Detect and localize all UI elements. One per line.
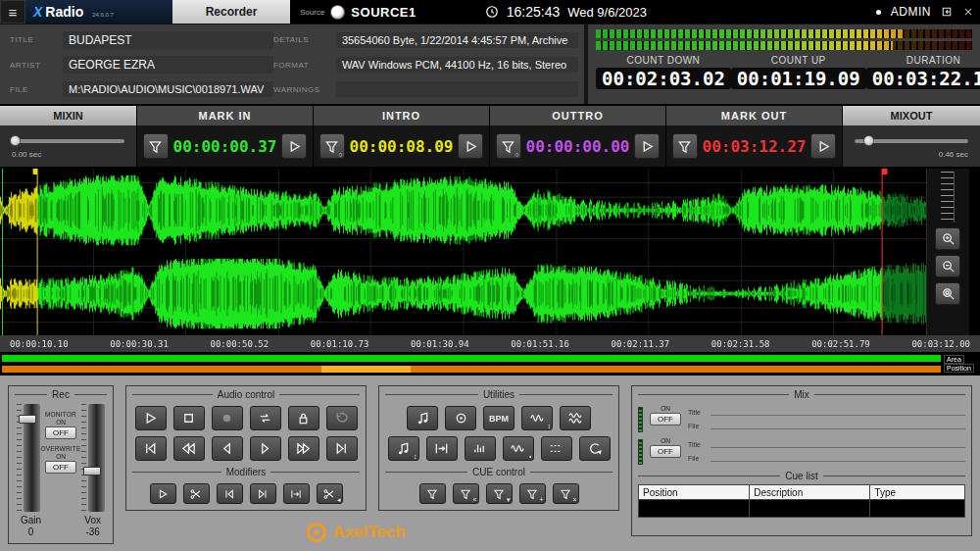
count-up: COUNT UP 00:01:19.09 <box>731 55 866 89</box>
zoom-in-button[interactable] <box>935 227 960 250</box>
timeline-tick: 00:02:11.37 <box>612 339 670 349</box>
outtro-play-button[interactable] <box>634 133 660 159</box>
util-wave-dot-button[interactable]: • <box>503 436 534 461</box>
funnel-icon <box>426 488 438 500</box>
mark-in-set-button[interactable] <box>143 133 169 159</box>
close-button[interactable] <box>962 6 974 18</box>
tab-recorder[interactable]: Recorder <box>172 0 290 24</box>
undo-button[interactable] <box>326 406 358 430</box>
mix1-off-button[interactable]: OFF <box>650 413 681 426</box>
mix-legend: Mix <box>638 389 965 400</box>
mix1-file-field[interactable] <box>710 420 965 429</box>
util-quantize-button[interactable] <box>541 436 572 461</box>
zoom-selection-icon <box>941 286 956 301</box>
duration: DURATION 00:03:22.12 <box>866 55 980 89</box>
funnel-icon <box>526 488 538 500</box>
modifier-cut-selection-button[interactable]: ◂ <box>317 483 343 504</box>
logo-text: Radio <box>45 4 83 20</box>
cue-add-button[interactable]: + <box>519 483 546 504</box>
mark-out-play-button[interactable] <box>810 133 836 159</box>
waveform-display[interactable] <box>0 169 926 335</box>
mix2-file-field[interactable] <box>710 452 965 462</box>
cue-col-position[interactable]: Position <box>639 485 750 500</box>
mixout-slider[interactable] <box>855 139 968 143</box>
menu-button[interactable]: ≡ <box>0 0 25 24</box>
util-fade-button[interactable]: ↕ <box>521 406 553 430</box>
modifier-cut-button[interactable] <box>183 483 210 504</box>
mix2-on-label: ON <box>661 437 670 444</box>
util-levels-button[interactable] <box>465 436 496 461</box>
modifier-play-selection-button[interactable] <box>150 483 176 504</box>
util-waves-button[interactable] <box>560 406 591 430</box>
lock-button[interactable] <box>288 406 319 430</box>
trim-right-icon <box>257 488 269 500</box>
mix2-off-button[interactable]: OFF <box>650 445 681 458</box>
source-knob[interactable] <box>330 5 345 20</box>
step-back-button[interactable] <box>212 436 243 461</box>
mark-out-set-button[interactable] <box>672 133 698 159</box>
mix1-title-field[interactable] <box>710 406 965 416</box>
modifier-trim-left-button[interactable] <box>217 483 243 504</box>
cue-play-button[interactable]: ▾ <box>486 483 513 504</box>
outtro-set-button[interactable]: ○ <box>496 133 521 159</box>
mixout-slider-handle[interactable] <box>863 135 874 146</box>
mixin-slider[interactable] <box>12 139 124 143</box>
outtro-block: OUTTRO ○ 00:00:00.00 <box>490 106 666 167</box>
util-normalize-button[interactable] <box>579 436 611 461</box>
monitor-off-button[interactable]: OFF <box>45 426 76 439</box>
cue-prev-button[interactable]: « <box>453 483 479 504</box>
step-forward-button[interactable] <box>250 436 281 461</box>
modifier-split-button[interactable] <box>283 483 310 504</box>
status-dot <box>876 10 881 15</box>
gain-fader-handle[interactable] <box>19 415 36 424</box>
gain-fader[interactable] <box>17 404 40 512</box>
duration-value: 00:03:22.12 <box>866 68 980 89</box>
cue-col-type[interactable]: Type <box>870 485 965 500</box>
mix2-title-field[interactable] <box>710 438 965 448</box>
intro-play-button[interactable] <box>458 133 483 159</box>
timeline-tick: 00:02:31.58 <box>711 339 770 349</box>
top-right-area: ADMIN <box>876 5 980 19</box>
funnel-icon <box>560 488 571 500</box>
util-pitch-button[interactable]: ↕ <box>388 436 419 461</box>
vox-fader[interactable] <box>81 404 105 512</box>
rewind-button[interactable] <box>173 436 205 461</box>
mark-in-header: MARK IN <box>137 106 313 125</box>
stop-button[interactable] <box>173 406 205 430</box>
c-loop-icon <box>587 441 602 456</box>
loop-button[interactable] <box>250 406 281 430</box>
util-gate-button[interactable] <box>426 436 458 461</box>
cue-control-legend: CUE control <box>385 467 612 477</box>
overwrite-label: OVERWRITE <box>40 445 80 452</box>
cue-col-description[interactable]: Description <box>750 485 870 500</box>
zoom-selection-button[interactable] <box>935 282 960 305</box>
duration-label: DURATION <box>866 55 980 66</box>
timeline-ruler[interactable]: 00:00:10.10 00:00:30.31 00:00:50.52 00:0… <box>0 335 980 352</box>
mark-in-play-button[interactable] <box>281 133 307 159</box>
cue-filter-button[interactable] <box>419 483 446 504</box>
record-button[interactable] <box>212 406 243 430</box>
zoom-out-button[interactable] <box>935 255 960 277</box>
dock-icon <box>941 6 953 18</box>
bpm-button[interactable]: BPM <box>483 406 514 430</box>
util-loop-record-button[interactable] <box>445 406 476 430</box>
play-icon <box>143 411 158 426</box>
play-button[interactable] <box>135 406 167 430</box>
intro-set-button[interactable]: ○ <box>319 133 345 159</box>
util-edit-note-button[interactable] <box>407 406 438 430</box>
zoom-out-icon <box>941 259 956 274</box>
cue-delete-button[interactable]: × <box>553 483 579 504</box>
mixin-slider-handle[interactable] <box>10 135 21 146</box>
dock-button[interactable] <box>941 6 953 18</box>
cue-list-table[interactable]: Position Description Type <box>638 484 965 518</box>
area-bar[interactable] <box>2 355 941 362</box>
skip-end-button[interactable] <box>326 436 358 461</box>
fast-forward-button[interactable] <box>288 436 319 461</box>
modifier-trim-right-button[interactable] <box>250 483 276 504</box>
skip-start-button[interactable] <box>135 436 167 461</box>
mix-panel: Mix ON OFF Title File ON <box>631 385 972 536</box>
overwrite-off-button[interactable]: OFF <box>45 461 76 474</box>
vox-fader-handle[interactable] <box>83 467 101 476</box>
dashes-icon <box>549 441 564 456</box>
position-bar[interactable] <box>2 366 941 373</box>
